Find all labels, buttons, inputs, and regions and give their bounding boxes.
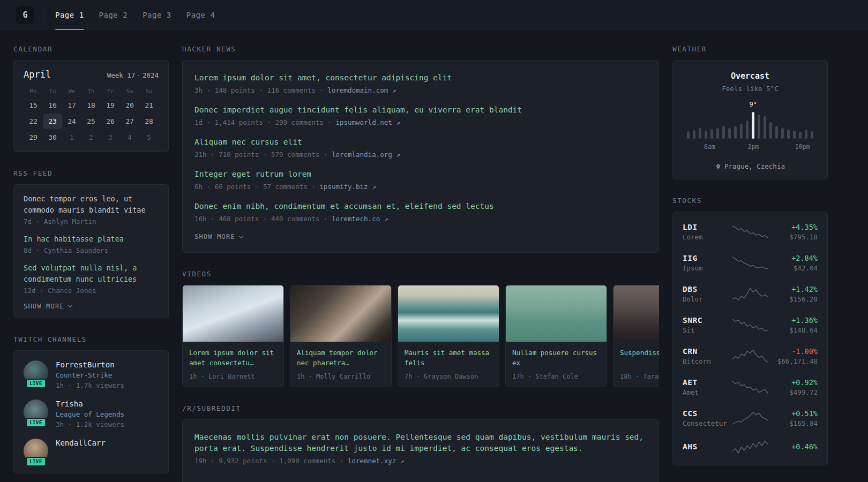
video-title[interactable]: Suspendisse diam <box>620 348 659 368</box>
hn-item-domain[interactable]: loremtech.co ↗ <box>332 215 388 223</box>
stock-info: AET Amet <box>683 378 729 396</box>
calendar-day-next-month: 3 <box>101 130 120 145</box>
tab-page-2[interactable]: Page 2 <box>99 0 128 30</box>
stock-values: +0.51% $165.84 <box>771 409 818 427</box>
stock-change: -1.00% <box>771 347 818 356</box>
video-card[interactable]: Suspendisse diam 18h · Tara Barrett <box>613 285 659 387</box>
app-logo: G <box>16 6 34 24</box>
hn-item-title[interactable]: Donec imperdiet augue tincidunt felis al… <box>194 104 647 116</box>
weather-bar <box>722 126 725 139</box>
calendar-dow: Mo <box>24 84 43 97</box>
video-card[interactable]: Aliquam tempor dolor nec pharetra… 1h · … <box>290 285 392 387</box>
weather-bar <box>752 112 754 139</box>
chevron-down-icon <box>68 303 72 307</box>
channel-name[interactable]: KendallCarr <box>56 439 106 447</box>
hn-item-stats: 1d · 1,414 points · 299 comments · <box>194 118 332 126</box>
rss-show-more-button[interactable]: SHOW MORE <box>24 303 159 310</box>
stock-price: $66,171.48 <box>771 357 818 365</box>
hn-item-stats: 6h · 60 points · 57 comments · <box>194 183 316 191</box>
stock-row[interactable]: AHS +0.46% <box>683 434 818 461</box>
stock-name: Consectetur <box>683 419 729 427</box>
stock-sparkline <box>729 349 771 363</box>
stock-change: +0.46% <box>771 442 818 451</box>
rss-item-link[interactable]: Donec tempor eros leo, ut commodo mauris… <box>24 193 159 216</box>
videos-section: VIDEOS Lorem ipsum dolor sit amet consec… <box>182 270 659 387</box>
weather-bar <box>787 130 790 139</box>
stocks-section-title: STOCKS <box>672 197 828 205</box>
reddit-post-domain[interactable]: loremnet.xyz ↗ <box>348 457 404 465</box>
calendar-day-next-month: 5 <box>139 130 159 145</box>
calendar-day: 22 <box>24 114 43 129</box>
video-title[interactable]: Nullam posuere cursus ex <box>512 348 600 368</box>
calendar-dow: Tu <box>43 84 62 97</box>
video-title[interactable]: Lorem ipsum dolor sit amet consectetu… <box>189 348 277 368</box>
hn-item-title[interactable]: Lorem ipsum dolor sit amet, consectetur … <box>194 72 647 84</box>
hn-item-domain[interactable]: ipsumworld.net ↗ <box>335 118 400 126</box>
tab-page-4[interactable]: Page 4 <box>186 0 215 30</box>
stock-price: $165.84 <box>771 419 818 427</box>
twitch-channel[interactable]: LIVE KendallCarr <box>24 439 159 463</box>
weather-section-title: WEATHER <box>672 45 828 53</box>
hn-item-title[interactable]: Donec enim nibh, condimentum et accumsan… <box>194 201 647 212</box>
middle-column: HACKER NEWS Lorem ipsum dolor sit amet, … <box>182 45 659 482</box>
rss-item-meta: 12d · Chance Jones <box>24 287 159 295</box>
stock-sparkline <box>729 440 771 454</box>
videos-row: Lorem ipsum dolor sit amet consectetu… 1… <box>182 285 659 387</box>
stock-name: Amet <box>683 388 729 396</box>
video-card[interactable]: Mauris sit amet massa felis 7h · Grayson… <box>398 285 499 387</box>
stock-row[interactable]: IIG Ipsum +2.84% $42.04 <box>683 247 818 278</box>
calendar-dow: Fr <box>101 84 120 97</box>
reddit-post: Maecenas mollis pulvinar erat non posuer… <box>194 432 647 465</box>
weather-section: WEATHER Overcast Feels like 5°C 9° 6am 2… <box>672 45 828 179</box>
twitch-channel[interactable]: LIVE Trisha League of Legends 3h · 1.2k … <box>24 400 159 428</box>
channel-info: ForrestBurton Counter-Strike 1h · 1.7k v… <box>56 360 124 389</box>
stock-row[interactable]: LDI Lorem +4.35% $795.18 <box>683 216 818 247</box>
hn-item-meta: 21h · 710 points · 579 comments · loreml… <box>194 150 647 159</box>
hn-show-more-button[interactable]: SHOW MORE <box>194 233 647 240</box>
weather-feels-like: Feels like 5°C <box>685 85 815 93</box>
nav-divider <box>44 9 44 21</box>
stock-info: SNRC Sit <box>683 316 729 334</box>
hn-item-domain[interactable]: loremlandia.org ↗ <box>332 150 400 159</box>
video-title[interactable]: Aliquam tempor dolor nec pharetra… <box>297 348 385 368</box>
hn-item-title[interactable]: Aliquam nec cursus elit <box>194 137 647 148</box>
separator-dot: · <box>137 71 141 79</box>
weather-chart: 9° <box>687 111 813 139</box>
stock-row[interactable]: CCS Consectetur +0.51% $165.84 <box>683 403 818 434</box>
stock-row[interactable]: AET Amet +0.92% $499.72 <box>683 372 818 403</box>
calendar-day-selected: 23 <box>43 114 62 129</box>
video-card[interactable]: Nullam posuere cursus ex 17h · Stefan Co… <box>505 285 607 387</box>
stock-row[interactable]: DBS Dolor +1.42% $156.28 <box>683 278 818 310</box>
hn-item-title[interactable]: Integer eget rutrum lorem <box>194 169 647 180</box>
tab-page-1[interactable]: Page 1 <box>55 0 84 30</box>
stock-row[interactable]: CRN Bitcorn -1.00% $66,171.48 <box>683 341 818 372</box>
avatar-wrap: LIVE <box>24 400 48 424</box>
stock-row[interactable]: SNRC Sit +1.36% $148.64 <box>683 310 818 341</box>
channel-name[interactable]: Trisha <box>56 400 124 408</box>
video-body: Suspendisse diam 18h · Tara Barrett <box>613 342 659 387</box>
hn-item-meta: 6h · 60 points · 57 comments · ipsumify.… <box>194 183 647 191</box>
channel-name[interactable]: ForrestBurton <box>56 360 124 369</box>
video-title[interactable]: Mauris sit amet massa felis <box>405 348 492 368</box>
stock-sparkline <box>729 287 771 301</box>
stock-values: +2.84% $42.04 <box>771 254 818 272</box>
rss-item-link[interactable]: Sed volutpat nulla nisl, a condimentum n… <box>24 262 159 285</box>
hn-item-domain[interactable]: ipsumify.biz ↗ <box>319 183 376 191</box>
stock-ticker: CRN <box>683 347 729 356</box>
rss-item-link[interactable]: In hac habitasse platea <box>24 234 159 245</box>
video-thumbnail <box>506 285 607 342</box>
video-card[interactable]: Lorem ipsum dolor sit amet consectetu… 1… <box>182 285 284 387</box>
subreddit-widget: Maecenas mollis pulvinar erat non posuer… <box>182 419 659 482</box>
calendar-month: April <box>24 69 51 80</box>
weather-bar <box>705 131 707 139</box>
reddit-post-title[interactable]: Maecenas mollis pulvinar erat non posuer… <box>194 432 647 454</box>
calendar-widget: April Week 17·2024 Mo Tu We Th Fr Sa Su … <box>13 60 169 152</box>
stock-values: +1.42% $156.28 <box>771 285 818 303</box>
weather-bar <box>746 120 749 139</box>
calendar-day: 19 <box>101 97 120 113</box>
stock-sparkline <box>729 256 771 270</box>
tab-page-3[interactable]: Page 3 <box>143 0 171 30</box>
hn-item-domain[interactable]: loremdomain.com ↗ <box>327 86 396 94</box>
twitch-channel[interactable]: LIVE ForrestBurton Counter-Strike 1h · 1… <box>24 360 159 389</box>
rss-item-meta: 8d · Cynthia Saunders <box>24 246 159 254</box>
